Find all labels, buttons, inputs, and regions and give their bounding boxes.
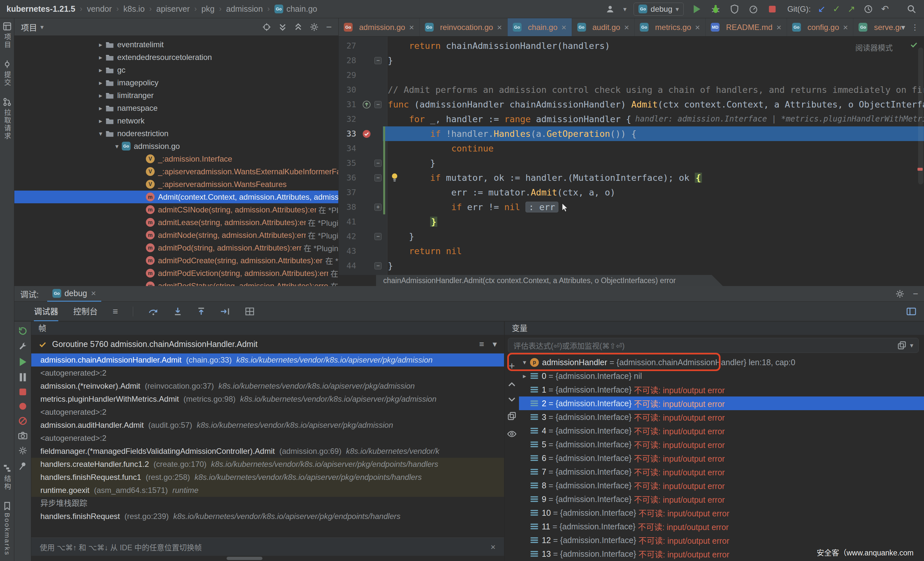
stack-frame[interactable]: <autogenerated>:2 — [31, 432, 504, 445]
line-number[interactable]: 36 — [339, 170, 360, 185]
hidden-tabs-chevron-icon[interactable]: ▾ — [901, 23, 905, 32]
async-stack-label[interactable]: 异步堆栈跟踪 — [31, 497, 504, 510]
line-number[interactable]: 28 — [339, 53, 360, 68]
step-into-button[interactable] — [174, 307, 182, 316]
code-line[interactable]: 33 if !handler.Handles(a.GetOperation())… — [339, 126, 924, 141]
tree-item[interactable]: V_:admission.Interface — [14, 152, 338, 165]
code-editor[interactable]: 27 return chainAdmissionHandler(handlers… — [339, 36, 924, 275]
thread-dump-button[interactable] — [18, 431, 28, 440]
close-icon[interactable]: × — [777, 23, 782, 32]
line-number[interactable]: 31 — [339, 97, 360, 112]
fold-marker[interactable]: − — [374, 101, 382, 108]
tree-item[interactable]: madmitLease(string, admission.Attributes… — [14, 216, 338, 229]
implements-icon[interactable] — [362, 100, 371, 109]
settings-icon[interactable] — [310, 23, 319, 32]
chevron-right-icon[interactable]: ▸ — [96, 117, 105, 125]
code-line[interactable]: 37 err := mutator.Admit(ctx, a, o) — [339, 185, 924, 200]
expand-all-button[interactable] — [278, 23, 287, 32]
editor-tab[interactable]: Goserve.go× — [854, 18, 901, 36]
editor-scrollbar[interactable] — [918, 48, 923, 184]
tree-item[interactable]: ▸imagepolicy — [14, 76, 338, 89]
stack-frame[interactable]: admission.auditHandler.Admit(audit.go:57… — [31, 419, 504, 432]
chevron-right-icon[interactable]: ▸ — [96, 41, 105, 48]
layout-menu-icon[interactable]: ≡ — [112, 306, 118, 317]
close-icon[interactable]: × — [695, 23, 700, 32]
hide-panel-button[interactable]: − — [913, 289, 918, 299]
project-panel-title[interactable]: 项目 — [21, 21, 37, 33]
breadcrumb-item[interactable]: kubernetes-1.21.5 — [6, 4, 75, 14]
variable-row[interactable]: 3 = {admission.Interface} 不可读: input/out… — [519, 410, 924, 424]
profiler-button[interactable] — [747, 3, 759, 15]
variable-row[interactable]: 4 = {admission.Interface} 不可读: input/out… — [519, 424, 924, 438]
tool-window-button-project[interactable]: 项目 — [2, 22, 12, 49]
layout-settings-icon[interactable] — [906, 307, 916, 316]
stop-button[interactable] — [766, 3, 778, 15]
debug-bug-button[interactable] — [710, 3, 722, 15]
run-button[interactable] — [691, 3, 703, 15]
variable-row[interactable]: 2 = {admission.Interface} 不可读: input/out… — [519, 397, 924, 410]
line-number[interactable]: 27 — [339, 38, 360, 53]
close-icon[interactable]: × — [561, 23, 566, 32]
tree-item[interactable]: ▸gc — [14, 63, 338, 76]
tree-item[interactable]: ▸limitranger — [14, 89, 338, 102]
close-icon[interactable]: × — [843, 23, 848, 32]
pause-button[interactable] — [18, 373, 27, 382]
fold-marker[interactable]: − — [374, 233, 382, 240]
line-number[interactable]: 30 — [339, 83, 360, 97]
breadcrumb-item[interactable]: chain.go — [286, 4, 318, 14]
git-history-button[interactable] — [862, 3, 874, 15]
line-number[interactable]: 41 — [339, 214, 360, 229]
stack-frame[interactable]: admission.chainAdmissionHandler.Admit(ch… — [31, 353, 504, 367]
code-line[interactable]: 38+ if err != nil : err — [339, 200, 924, 214]
code-line[interactable]: 31−func (admissionHandler chainAdmission… — [339, 97, 924, 112]
stack-frame[interactable]: <autogenerated>:2 — [31, 406, 504, 419]
coverage-button[interactable] — [729, 3, 740, 15]
tree-item[interactable]: madmitPod(string, admission.Attributes):… — [14, 241, 338, 254]
copy-button[interactable] — [508, 412, 516, 420]
line-number[interactable]: 35 — [339, 156, 360, 170]
code-line[interactable]: 35− } — [339, 156, 924, 170]
stop-button[interactable] — [19, 388, 27, 396]
stack-frame[interactable]: <autogenerated>:2 — [31, 367, 504, 379]
tree-item[interactable]: mAdmit(context.Context, admission.Attrib… — [14, 191, 338, 203]
tree-item[interactable]: ▾Goadmission.go — [14, 140, 338, 152]
collapse-all-button[interactable] — [294, 23, 303, 32]
line-number[interactable]: 42 — [339, 229, 360, 244]
tool-window-button-structure[interactable]: 结构 — [2, 464, 12, 490]
view-breakpoints-button[interactable] — [18, 402, 27, 411]
watch-visibility-icon[interactable] — [507, 430, 517, 438]
variable-row[interactable]: 10 = {admission.Interface} 不可读: input/ou… — [519, 506, 924, 520]
fold-marker[interactable]: + — [374, 204, 382, 211]
close-icon[interactable]: × — [497, 23, 502, 32]
git-rollback-button[interactable]: ↶ — [881, 5, 889, 14]
variable-row[interactable]: 1 = {admission.Interface} 不可读: input/out… — [519, 383, 924, 397]
tree-item[interactable]: V_:apiserveradmission.WantsExternalKubeI… — [14, 165, 338, 178]
chevron-right-icon[interactable]: ▸ — [96, 104, 105, 112]
tool-window-button-pull-requests[interactable]: 拉取请求 — [2, 98, 12, 140]
breadcrumb-item[interactable]: apiserver — [156, 4, 190, 14]
fold-marker[interactable]: − — [374, 159, 382, 167]
tree-item[interactable]: madmitPodCreate(string, admission.Attrib… — [14, 254, 338, 267]
code-line[interactable]: 28−} — [339, 53, 924, 68]
stack-frame[interactable]: runtime.goexit(asm_amd64.s:1571)runtime — [31, 484, 504, 497]
rerun-button[interactable] — [18, 326, 28, 336]
line-number[interactable]: 32 — [339, 112, 360, 126]
stack-frame[interactable]: fieldmanager.(*managedFieldsValidatingAd… — [31, 445, 504, 458]
code-line[interactable]: 41 } — [339, 214, 924, 229]
line-number[interactable]: 29 — [339, 68, 360, 83]
chevron-right-icon[interactable]: ▸ — [96, 66, 105, 74]
git-update-button[interactable]: ↙ — [818, 5, 825, 14]
code-line[interactable]: 43 return nil — [339, 244, 924, 258]
tree-item[interactable]: madmitNode(string, admission.Attributes)… — [14, 229, 338, 241]
tree-item[interactable]: V_:apiserveradmission.WantsFeatures — [14, 178, 338, 191]
variable-row[interactable]: 7 = {admission.Interface} 不可读: input/out… — [519, 465, 924, 478]
breadcrumb-item[interactable]: admission — [226, 4, 263, 14]
breadcrumb-item[interactable]: k8s.io — [123, 4, 144, 14]
git-commit-button[interactable]: ✓ — [833, 5, 840, 14]
chevron-down-icon[interactable]: ▾ — [40, 23, 44, 31]
code-line[interactable]: 36− if mutator, ok := handler.(MutationI… — [339, 170, 924, 185]
navigate-down-button[interactable] — [508, 397, 516, 402]
variable-row[interactable]: 9 = {admission.Interface} 不可读: input/out… — [519, 492, 924, 506]
stack-frame[interactable]: handlers.finishRequest.func1(rest.go:258… — [31, 471, 504, 484]
frames-filter-icon[interactable]: ≡ — [479, 339, 484, 349]
